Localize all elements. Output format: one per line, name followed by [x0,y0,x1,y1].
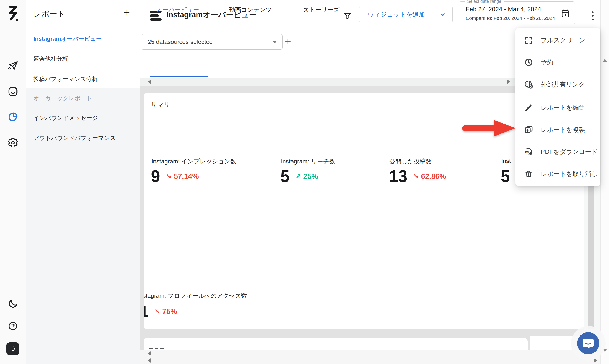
chat-support-button[interactable] [577,332,599,354]
metric-label: Inst [501,157,511,165]
calendar-icon[interactable]: 1 [561,9,570,19]
metric-value-row: 9 ↘ 57.14% [151,165,199,187]
add-widget-label[interactable]: ウィジェットを追加 [360,6,433,23]
grid-divider [254,119,254,329]
sidebar-item-competitor-analysis[interactable]: 競合他社分析 [33,54,68,63]
grid-divider [365,119,365,329]
svg-text:1: 1 [565,13,566,17]
menu-item-external-share-link[interactable]: 外部共有リンク [515,73,600,95]
date-range-picker[interactable]: Select date range Feb 27, 2024 - Mar 4, … [458,1,575,25]
metric-label: Instagram: プロフィールへのアクセス数 [144,292,247,300]
menu-item-download-pdf[interactable]: PDF PDFをダウンロード [515,141,600,163]
metric-label: Instagram: リーチ数 [281,157,335,165]
metric-value-row: 5 ↗ 25% [280,165,318,187]
page-vertical-scrollbar[interactable] [600,0,609,364]
sidebar-divider [26,88,140,88]
sidebar-item-inbound-messages[interactable]: インバウンドメッセージ [33,113,98,122]
active-tab-underline [150,76,208,77]
metric-label: Instagram: インプレッション数 [151,157,236,165]
fullscreen-icon [523,36,534,45]
settings-gear-icon[interactable] [8,137,18,148]
inbox-nav-icon[interactable] [8,86,18,97]
add-datasource-button[interactable]: + [285,35,291,48]
trend-down-icon: ↘ [154,307,160,315]
trend-down-icon: ↘ [166,172,171,180]
metric-value: 5 [501,168,510,184]
help-icon[interactable] [8,321,18,331]
sidebar-title: レポート [33,9,65,19]
menu-item-schedule[interactable]: 予約 [515,51,600,73]
pdf-download-icon: PDF [523,147,534,156]
chat-bubble-icon [582,338,594,349]
date-range-compare: Compare to: Feb 20, 2024 - Feb 26, 2024 [466,15,555,21]
reports-sidebar: レポート + Instagramオーバービュー 競合他社分析 投稿パフォーマンス… [26,0,140,364]
tab-video-content[interactable]: 動画コンテンツ [229,0,272,19]
sidebar-item-instagram-overview[interactable]: Instagramオーバービュー [33,34,102,43]
date-range-value: Feb 27, 2024 - Mar 4, 2024 [466,6,541,13]
pencil-icon [523,103,534,112]
next-widget-card-clipped [144,338,528,350]
inner-vertical-scroll-thumb[interactable] [588,186,595,329]
datasources-value: 25 datasources selected [148,39,213,46]
metric-value: 5 [280,168,290,184]
app-window: サマリー Instagram: インプレッション数 9 ↘ 57.14% Ins… [0,0,609,364]
duplicate-icon [523,125,534,134]
select-caret-icon [273,41,277,43]
add-widget-dropdown[interactable] [433,6,452,23]
filter-icon[interactable] [343,12,352,21]
globe-link-icon [523,80,534,89]
horizontal-scrollbar-page[interactable] [140,357,600,364]
menu-item-edit-report[interactable]: レポートを編集 [515,97,600,119]
menu-item-delete-report[interactable]: レポートを取り消し [515,163,600,185]
metric-value: 13 [389,168,407,184]
horizontal-scrollbar-widget[interactable] [140,350,600,357]
tab-stories[interactable]: ストーリーズ [303,0,339,19]
sidebar-item-organic-report[interactable]: オーガニックレポート [33,93,92,103]
metric-value-row: 1 ↘ 75% [144,300,177,322]
metric-delta: ↘ 75% [154,307,177,316]
new-report-button[interactable]: + [124,7,130,17]
scroll-left-icon[interactable] [148,351,151,355]
metric-value-row: 5 [501,165,510,187]
trend-up-icon: ↗ [295,172,301,180]
more-options-button[interactable] [589,9,596,22]
metric-value: 9 [151,168,160,184]
metric-value: 1 [144,303,149,320]
red-annotation-arrow [462,118,517,138]
menu-item-duplicate-report[interactable]: レポートを複製 [515,119,600,141]
dark-mode-moon-icon[interactable] [8,299,18,309]
chevron-down-icon [439,11,446,18]
metric-delta: ↘ 62.86% [413,172,446,181]
clipped-widget-text [149,348,164,349]
scroll-left-icon[interactable] [148,80,151,84]
sidebar-item-outbound-performance[interactable]: アウトバウンドパフォーマンス [33,133,116,143]
datasources-select[interactable]: 25 datasources selected [141,34,283,50]
grid-divider [476,119,477,329]
app-navigation-rail [0,0,26,364]
scrollbar-divider [601,56,609,56]
add-widget-button[interactable]: ウィジェットを追加 [359,6,453,23]
reports-nav-icon-active[interactable] [7,111,18,122]
metric-delta: ↘ 57.14% [166,172,199,181]
sidebar-section-bg [26,88,140,364]
sidebar-item-post-performance[interactable]: 投稿パフォーマンス分析 [33,74,98,84]
svg-text:PDF: PDF [525,151,529,153]
app-logo[interactable] [6,5,20,22]
metric-cell-clipped: Instagram: プロフィールへのアクセス数 1 ↘ 75% [144,223,254,329]
clock-icon [523,58,534,67]
workspace-avatar[interactable] [6,342,19,355]
metric-label: 公開した投稿数 [389,157,431,165]
publish-nav-icon[interactable] [8,60,18,71]
summary-title: サマリー [151,100,176,109]
menu-divider [515,96,600,96]
metric-value-row: 13 ↘ 62.86% [389,165,446,187]
metric-delta: ↗ 25% [295,172,318,181]
scroll-left-icon[interactable] [148,358,151,363]
tab-overview[interactable]: オーバービュー [156,0,199,19]
report-context-menu: フルスクリーン 予約 外部共有リンク レポートを編集 [515,28,600,186]
date-range-legend: Select date range [465,0,504,4]
scroll-right-icon[interactable] [507,80,510,84]
scroll-up-icon[interactable] [603,59,607,62]
trash-icon [523,169,534,178]
menu-item-fullscreen[interactable]: フルスクリーン [515,29,600,51]
